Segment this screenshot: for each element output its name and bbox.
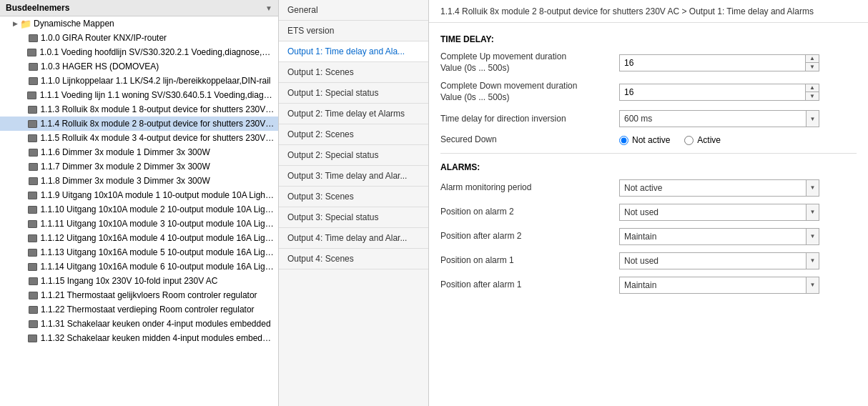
radio-input-active[interactable] [684, 136, 694, 145]
tree-item[interactable]: 1.1.8 Dimmer 3x module 3 Dimmer 3x 300W [0, 174, 278, 188]
select-time-delay-direction[interactable]: 600 ms▼ [619, 110, 819, 127]
radio-input-not-active[interactable] [619, 136, 628, 145]
tree-item[interactable]: 1.1.14 Uitgang 10x16A module 6 10-output… [0, 259, 278, 274]
tree-item-label: 1.1.9 Uitgang 10x10A module 1 10-output … [41, 190, 275, 200]
tree-item[interactable]: 1.1.5 Rolluik 4x module 3 4-output devic… [0, 131, 278, 145]
tree-item-label: 1.1.12 Uitgang 10x16A module 4 10-output… [40, 233, 275, 243]
form-row-position-on-alarm-1: Position on alarm 1Not used▼ [440, 252, 857, 269]
tree-item[interactable]: 1.1.6 Dimmer 3x module 1 Dimmer 3x 300W [0, 145, 278, 159]
tree-item[interactable]: 1.1.32 Schakelaar keuken midden 4-input … [0, 331, 278, 345]
tree-item[interactable]: 1.1.1 Voeding lijn 1.1 woning SV/S30.640… [0, 88, 278, 102]
device-icon [27, 32, 39, 44]
device-icon [27, 289, 39, 301]
form-row-complete-up-movement: Complete Up movement duration Value (0s … [440, 51, 857, 74]
device-icon [26, 261, 38, 272]
tree-container[interactable]: ▶📁Dynamische Mappen1.0.0 GIRA Router KNX… [0, 16, 278, 406]
radio-group-secured-down: Not activeActive [619, 135, 857, 145]
tree-item[interactable]: 1.1.7 Dimmer 3x module 2 Dimmer 3x 300W [0, 159, 278, 174]
tree-item[interactable]: 1.1.3 Rolluik 8x module 1 8-output devic… [0, 102, 278, 117]
form-row-alarm-monitoring-period: Alarm monitoring periodNot active▼ [440, 179, 857, 197]
tree-item[interactable]: 1.1.11 Uitgang 10x10A module 3 10-output… [0, 217, 278, 231]
device-icon [27, 304, 39, 315]
spinbox-input-complete-down-movement[interactable] [620, 85, 805, 99]
field-control-complete-up-movement: ▲▼ [619, 54, 857, 71]
select-value-alarm-monitoring-period: Not active [620, 181, 806, 195]
form-row-time-delay-direction: Time delay for direction inversion600 ms… [440, 110, 857, 127]
select-alarm-monitoring-period[interactable]: Not active▼ [619, 179, 819, 197]
tab-item-output3-scenes[interactable]: Output 3: Scenes [279, 187, 428, 207]
tree-item[interactable]: 1.1.10 Uitgang 10x10A module 2 10-output… [0, 202, 278, 217]
tab-item-output1-scenes[interactable]: Output 1: Scenes [279, 62, 428, 83]
alarms-section-title: ALARMS: [440, 162, 857, 172]
panel-collapse-icon[interactable]: ▼ [265, 4, 272, 12]
tree-item[interactable]: ▶📁Dynamische Mappen [0, 16, 278, 31]
tree-item[interactable]: 1.1.9 Uitgang 10x10A module 1 10-output … [0, 188, 278, 202]
spinbox-complete-up-movement: ▲▼ [619, 54, 819, 71]
tree-item[interactable]: 1.0.0 GIRA Router KNX/IP-router [0, 31, 278, 45]
spinbox-buttons-complete-up-movement: ▲▼ [805, 55, 819, 71]
device-icon [26, 46, 37, 58]
tab-item-output3-time-delay[interactable]: Output 3: Time delay and Alar... [279, 166, 428, 187]
tree-item[interactable]: 1.0.1 Voeding hoofdlijn SV/S30.320.2.1 V… [0, 45, 278, 59]
tree-item[interactable]: 1.1.0 Lijnkoppelaar 1.1 LK/S4.2 lijn-/be… [0, 74, 278, 88]
device-icon [27, 275, 39, 287]
field-label-position-on-alarm-1: Position on alarm 1 [440, 255, 619, 267]
tab-item-output4-time-delay[interactable]: Output 4: Time delay and Alar... [279, 228, 428, 249]
tree-item-label: 1.1.15 Ingang 10x 230V 10-fold input 230… [41, 276, 218, 286]
dropdown-arrow-icon-alarm-monitoring-period: ▼ [806, 180, 819, 196]
device-icon [26, 247, 38, 258]
tree-item[interactable]: 1.1.12 Uitgang 10x16A module 4 10-output… [0, 231, 278, 245]
tree-item[interactable]: 1.1.21 Thermostaat gelijkvloers Room con… [0, 288, 278, 302]
tab-item-ets-version[interactable]: ETS version [279, 21, 428, 41]
device-icon [26, 89, 38, 101]
tree-item[interactable]: 1.0.3 HAGER HS (DOMOVEA) [0, 59, 278, 74]
right-panel: 1.1.4 Rolluik 8x module 2 8-output devic… [429, 0, 868, 406]
form-row-complete-down-movement: Complete Down movement duration Value (0… [440, 81, 857, 103]
tab-item-output3-special-status[interactable]: Output 3: Special status [279, 207, 428, 228]
device-icon [27, 318, 39, 330]
tab-item-output1-time-delay[interactable]: Output 1: Time delay and Ala... [279, 41, 428, 62]
select-value-position-after-alarm-1: Maintain [620, 278, 806, 292]
tree-item[interactable]: 1.1.4 Rolluik 8x module 2 8-output devic… [0, 117, 278, 131]
tree-item[interactable]: 1.1.22 Thermostaat verdieping Room contr… [0, 302, 278, 317]
tab-item-output2-special-status[interactable]: Output 2: Special status [279, 145, 428, 166]
dropdown-arrow-icon-position-after-alarm-2: ▼ [806, 229, 819, 244]
spinbox-up-complete-up-movement[interactable]: ▲ [806, 55, 819, 63]
radio-item-not-active[interactable]: Not active [619, 135, 670, 145]
tree-item-label: 1.0.0 GIRA Router KNX/IP-router [41, 33, 167, 43]
device-icon [27, 147, 39, 158]
device-icon [26, 104, 38, 115]
tree-item-label: 1.1.21 Thermostaat gelijkvloers Room con… [41, 290, 257, 300]
select-value-time-delay-direction: 600 ms [620, 112, 806, 126]
spinbox-up-complete-down-movement[interactable]: ▲ [806, 84, 819, 92]
radio-item-active[interactable]: Active [684, 135, 721, 145]
tree-item-label: 1.1.10 Uitgang 10x10A module 2 10-output… [40, 204, 275, 214]
tree-item-label: 1.0.3 HAGER HS (DOMOVEA) [41, 61, 159, 71]
select-position-on-alarm-1[interactable]: Not used▼ [619, 252, 819, 269]
tree-item[interactable]: 1.1.15 Ingang 10x 230V 10-fold input 230… [0, 274, 278, 288]
tab-item-output1-special-status[interactable]: Output 1: Special status [279, 83, 428, 104]
device-icon [27, 75, 39, 86]
device-icon [27, 61, 39, 72]
spinbox-down-complete-down-movement[interactable]: ▼ [806, 92, 819, 100]
tab-item-general[interactable]: General [279, 0, 428, 21]
time-delay-section-title: TIME DELAY: [440, 34, 857, 44]
dropdown-arrow-icon-position-after-alarm-1: ▼ [806, 277, 819, 293]
form-row-position-on-alarm-2: Position on alarm 2Not used▼ [440, 204, 857, 221]
tree-expander-icon[interactable]: ▶ [10, 20, 20, 27]
tab-item-output4-scenes[interactable]: Output 4: Scenes [279, 249, 428, 269]
tab-item-output2-scenes[interactable]: Output 2: Scenes [279, 124, 428, 145]
select-position-after-alarm-1[interactable]: Maintain▼ [619, 277, 819, 294]
field-label-complete-down-movement: Complete Down movement duration Value (0… [440, 81, 619, 103]
field-control-complete-down-movement: ▲▼ [619, 84, 857, 101]
spinbox-down-complete-up-movement[interactable]: ▼ [806, 63, 819, 71]
section-divider [440, 153, 857, 154]
select-position-on-alarm-2[interactable]: Not used▼ [619, 204, 819, 221]
field-label-secured-down: Secured Down [440, 134, 619, 146]
tree-item[interactable]: 1.1.13 Uitgang 10x16A module 5 10-output… [0, 245, 278, 259]
select-position-after-alarm-2[interactable]: Maintain▼ [619, 228, 819, 245]
field-label-position-after-alarm-2: Position after alarm 2 [440, 231, 619, 242]
tree-item[interactable]: 1.1.31 Schakelaar keuken onder 4-input m… [0, 317, 278, 331]
tab-item-output2-time-delay[interactable]: Output 2: Time delay et Alarms [279, 104, 428, 124]
spinbox-input-complete-up-movement[interactable] [620, 56, 805, 70]
